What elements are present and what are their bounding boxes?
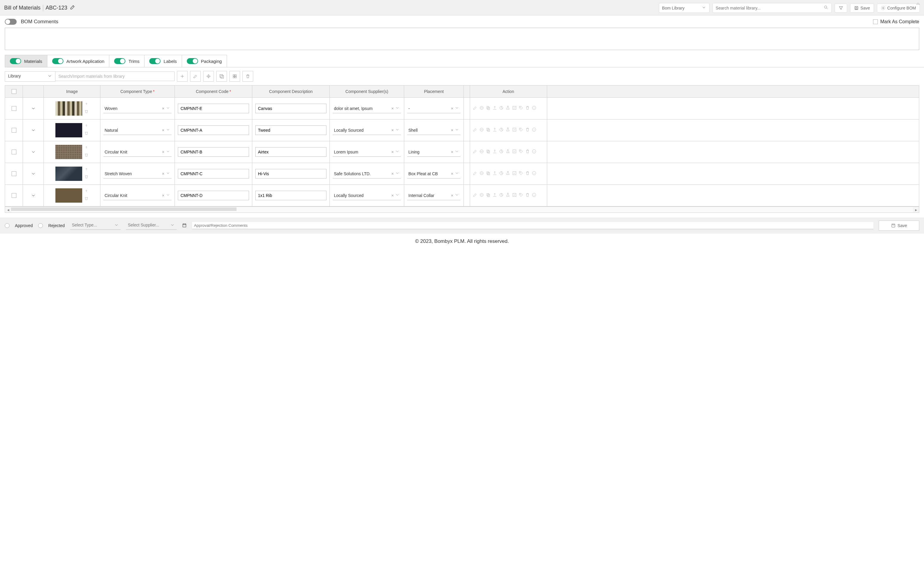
save-button[interactable]: Save <box>850 4 874 12</box>
tab-artwork-application[interactable]: Artwork Application <box>47 55 110 67</box>
upload-icon[interactable] <box>492 149 497 155</box>
swatch-upload-icon[interactable] <box>84 102 89 108</box>
swatch-delete-icon[interactable] <box>84 109 89 115</box>
component-type-select[interactable]: Woven× <box>104 104 172 113</box>
scroll-left-icon[interactable]: ◂ <box>5 207 11 212</box>
placement-select[interactable]: Lining× <box>407 147 460 157</box>
scroll-right-icon[interactable]: ▸ <box>913 207 919 212</box>
upload-icon[interactable] <box>492 171 497 177</box>
approve-icon[interactable] <box>512 192 517 198</box>
upload-icon[interactable] <box>492 192 497 198</box>
approve-icon[interactable] <box>512 149 517 155</box>
tag-icon[interactable] <box>519 127 524 133</box>
tab-labels[interactable]: Labels <box>144 55 182 67</box>
horizontal-scrollbar[interactable]: ◂ ▸ <box>5 207 919 213</box>
bom-comments-textarea[interactable] <box>5 28 919 50</box>
info-icon[interactable] <box>532 127 537 133</box>
footer-save-button[interactable]: Save <box>879 221 919 231</box>
move-button[interactable] <box>203 71 214 82</box>
pie-icon[interactable] <box>499 171 504 177</box>
info-icon[interactable] <box>532 149 537 155</box>
not-allowed-icon[interactable] <box>479 127 484 133</box>
tag-icon[interactable] <box>519 149 524 155</box>
edit-icon[interactable] <box>473 192 477 198</box>
search-icon[interactable] <box>824 5 828 11</box>
component-supplier-select[interactable]: Safe Solutions LTD.× <box>333 169 401 179</box>
pie-icon[interactable] <box>499 127 504 133</box>
trash-icon[interactable] <box>525 149 530 155</box>
clear-icon[interactable]: × <box>162 171 164 176</box>
calendar-icon[interactable] <box>182 223 187 228</box>
library-source-select[interactable]: Library <box>5 71 56 82</box>
copy-icon[interactable] <box>486 171 490 177</box>
swatch-upload-icon[interactable] <box>84 146 89 152</box>
clear-icon[interactable]: × <box>162 106 164 111</box>
component-supplier-select[interactable]: Lorem Ipsum× <box>333 147 401 157</box>
info-icon[interactable] <box>532 192 537 198</box>
row-checkbox[interactable] <box>12 128 16 132</box>
edit-button[interactable] <box>190 71 201 82</box>
copy-icon[interactable] <box>486 149 490 155</box>
row-checkbox[interactable] <box>12 150 16 154</box>
not-allowed-icon[interactable] <box>479 105 484 111</box>
filter-button[interactable] <box>835 4 847 12</box>
tag-icon[interactable] <box>519 105 524 111</box>
info-icon[interactable] <box>532 171 537 177</box>
component-type-select[interactable]: Natural× <box>104 125 172 135</box>
clear-icon[interactable]: × <box>162 150 164 154</box>
trash-icon[interactable] <box>525 105 530 111</box>
not-allowed-icon[interactable] <box>479 171 484 177</box>
not-allowed-icon[interactable] <box>479 149 484 155</box>
approve-icon[interactable] <box>512 127 517 133</box>
component-description-input[interactable] <box>255 125 327 135</box>
collapse-arrow-icon[interactable] <box>916 1 922 5</box>
tab-materials[interactable]: Materials <box>5 55 47 67</box>
edit-icon[interactable] <box>473 105 477 111</box>
trash-icon[interactable] <box>525 127 530 133</box>
row-checkbox[interactable] <box>12 171 16 176</box>
pie-icon[interactable] <box>499 105 504 111</box>
component-code-input[interactable] <box>178 191 249 200</box>
swatch-delete-icon[interactable] <box>84 196 89 202</box>
export-button[interactable] <box>216 71 227 82</box>
swatch-upload-icon[interactable] <box>84 124 89 130</box>
component-supplier-select[interactable]: Locally Sourced× <box>333 191 401 200</box>
upload-icon[interactable] <box>492 105 497 111</box>
library-search-input[interactable]: Search/Import materials from library <box>56 72 174 81</box>
clear-icon[interactable]: × <box>451 193 453 198</box>
tag-icon[interactable] <box>519 171 524 177</box>
component-code-input[interactable] <box>178 169 249 179</box>
select-type-dropdown[interactable]: Select Type... <box>70 221 121 230</box>
expand-row-button[interactable] <box>23 185 44 206</box>
clear-icon[interactable]: × <box>392 171 394 176</box>
component-code-input[interactable] <box>178 125 249 135</box>
placement-select[interactable]: Shell× <box>407 125 460 135</box>
component-supplier-select[interactable]: Locally Sourced× <box>333 125 401 135</box>
trash-icon[interactable] <box>525 192 530 198</box>
approve-icon[interactable] <box>512 105 517 111</box>
row-checkbox[interactable] <box>12 193 16 198</box>
select-all-checkbox[interactable] <box>12 89 16 94</box>
beaker-icon[interactable] <box>506 105 510 111</box>
tab-toggle[interactable] <box>10 58 21 64</box>
tab-trims[interactable]: Trims <box>110 55 144 67</box>
configure-bom-button[interactable]: Configure BOM <box>877 4 920 12</box>
component-description-input[interactable] <box>255 191 327 200</box>
clear-icon[interactable]: × <box>392 150 394 154</box>
edit-title-icon[interactable] <box>70 4 76 12</box>
approval-comments-input[interactable] <box>192 222 873 229</box>
tag-icon[interactable] <box>519 192 524 198</box>
pie-icon[interactable] <box>499 192 504 198</box>
approved-radio[interactable] <box>5 223 9 228</box>
swatch-delete-icon[interactable] <box>84 131 89 137</box>
select-supplier-dropdown[interactable]: Select Supplier... <box>126 221 177 230</box>
component-type-select[interactable]: Circular Knit× <box>104 191 172 200</box>
tab-toggle[interactable] <box>114 58 125 64</box>
delete-button[interactable] <box>243 71 253 82</box>
placement-select[interactable]: Internal Collar× <box>407 191 460 200</box>
copy-icon[interactable] <box>486 127 490 133</box>
component-type-select[interactable]: Circular Knit× <box>104 147 172 157</box>
placement-select[interactable]: -× <box>407 104 460 113</box>
component-code-input[interactable] <box>178 104 249 113</box>
info-icon[interactable] <box>532 105 537 111</box>
